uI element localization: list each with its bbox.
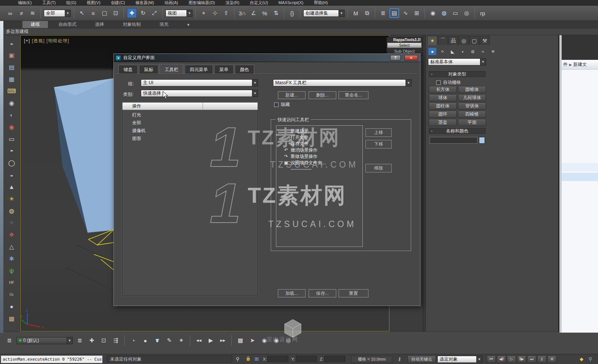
dialog-tab-键盘[interactable]: 键盘 [118,65,138,74]
select-manipulate-icon[interactable]: ⊹ [210,8,220,18]
save-button[interactable]: 保存... [309,289,336,297]
primitive-button-茶壶[interactable]: 茶壶 [429,119,457,126]
metaball-spheres-icon[interactable]: ❖ [6,230,17,240]
layer-manager-icon[interactable]: ≣ [4,336,14,345]
rendered-frame-icon[interactable]: ▭ [450,8,460,18]
display-tab-icon[interactable]: ▢ [469,36,479,45]
primitive-button-四棱锥[interactable]: 四棱锥 [458,111,486,118]
prev-frame-icon[interactable]: ◀‖ [497,355,506,363]
ribbon-tab-填充[interactable]: 填充 [151,21,177,28]
scatter-boxes-icon[interactable]: ⁘ [6,218,17,228]
material-editor-icon[interactable]: ◉ [428,8,438,18]
menu-item[interactable]: 动画(A) [164,0,178,6]
primitive-button-长方体[interactable]: 长方体 [429,86,457,93]
spinner-snap-icon[interactable]: ⇅ [271,8,281,18]
unlink-selection-icon[interactable]: ≠ [16,8,26,18]
z-coord-field[interactable] [324,356,345,363]
explorer-breadcrumb[interactable]: 件 ▶ 新建文 [562,60,598,70]
y-coord-field[interactable] [296,356,317,363]
ribbon-more-icon[interactable]: ▾ [179,21,198,28]
sunlight-icon[interactable]: ☀ [6,194,17,204]
quick-access-item[interactable]: -------------- [276,166,362,172]
schematic-view-icon[interactable]: ⊞ [412,8,422,18]
ribbon-tab-对象绘制[interactable]: 对象绘制 [115,21,149,28]
menu-item[interactable]: 自定义(U) [250,0,268,6]
bone-tools-icon[interactable]: ✶ [176,336,186,345]
edit-named-selections-icon[interactable]: {} [287,8,297,18]
ribbon-tab-建模[interactable]: 建模 [22,21,48,28]
quick-access-item[interactable]: 打开文件 [276,134,362,141]
cone-icon[interactable]: ▲ [6,182,17,192]
shapes-category-icon[interactable]: ✧ [438,48,447,55]
subtab-polygon-modeling[interactable]: 多边形建模 [6,28,28,35]
select-rotate-icon[interactable]: ↻ [138,8,148,18]
projector-light-icon[interactable]: ◐ [6,110,17,120]
mirror-icon[interactable]: M [351,8,361,18]
rect-selection-region-icon[interactable]: ▢ [100,8,109,18]
viewport-eye-icon[interactable]: ◉ [259,336,269,345]
command-panel-scrollbar[interactable] [423,35,425,331]
layer-arrows-icon[interactable]: ⇶ [111,336,121,345]
move-up-button[interactable]: 上移 [365,128,392,137]
render-teapot-icon[interactable]: ◒ [6,38,17,48]
modify-tab-icon[interactable]: ⌒ [438,36,448,45]
go-end-icon[interactable]: ⏭ [527,355,536,363]
select-and-link-icon[interactable]: ∞ [5,8,15,18]
rock-icon[interactable]: ✱ [6,254,17,264]
menu-item[interactable]: 渲染(R) [225,0,239,6]
teapot-icon[interactable]: ◒ [6,170,17,180]
next-frame-icon[interactable]: ‖▶ [517,355,526,363]
dialog-tab-菜单[interactable]: 菜单 [214,65,234,74]
rendered-frame-window-icon[interactable]: ▣ [6,50,17,60]
menu-item[interactable]: 工具(T) [42,0,56,6]
curve-editor-icon[interactable]: ∿ [401,8,410,18]
helpers-category-icon[interactable]: ⊚ [468,48,477,55]
rename-button[interactable]: 重命名... [339,91,368,99]
menu-item[interactable]: 创建(C) [111,0,125,6]
isolate-ring-icon[interactable]: ◎ [283,336,293,345]
snap-3d-icon[interactable]: 3∩ [237,8,247,18]
camera-icon[interactable]: ◉ [6,98,17,108]
render-setup-panel-icon[interactable]: ▤ [6,62,17,72]
menu-item[interactable]: 图形编辑器(D) [189,0,215,6]
zoom-time-icon[interactable]: ⊕ [547,355,556,363]
new-button[interactable]: 新建... [278,91,306,99]
primitive-button-平面[interactable]: 平面 [458,119,486,126]
percent-snap-icon[interactable]: % [260,8,270,18]
reset-button[interactable]: 重置 [339,289,368,297]
autokey-button[interactable]: 自动关键点 [407,355,436,363]
utilities-tab-icon[interactable]: ⚒ [480,36,490,45]
close-button[interactable]: ✕ [404,55,418,61]
play-icon[interactable]: ▷ [507,355,516,363]
viewport-eye2-icon[interactable]: ◉ [271,336,281,345]
cameras-category-icon[interactable]: ▪ [458,48,467,55]
maxscript-mini-listener[interactable]: actionMan.executeAction 0 "59226" -- Cus… [1,355,103,363]
menu-item[interactable]: 修改器(M) [136,0,154,6]
spacewarps-category-icon[interactable]: ≈ [479,48,487,55]
rappatools-badge-icon[interactable]: rp [478,8,488,18]
populate-shirt-icon[interactable]: 👕 [152,336,162,345]
dialog-tab-鼠标[interactable]: 鼠标 [139,65,158,74]
dialog-titlebar[interactable]: ◕ 自定义用户界面 ? ✕ [114,54,420,62]
object-color-swatch[interactable] [479,137,485,144]
autogrid-checkbox[interactable] [436,80,441,85]
object-name-field[interactable] [429,137,477,144]
render-elements-panel-icon[interactable]: ▦ [6,74,17,84]
create-tab-icon[interactable]: ✶ [427,36,437,45]
autogrid-row[interactable]: 自动栅格 [436,79,461,86]
hide-row[interactable]: 隐藏 [274,101,290,108]
grass-icon[interactable]: ψ [6,266,17,276]
layer-manager-icon[interactable]: ≣ [378,8,388,18]
add-layer-icon[interactable]: ✚ [87,336,97,345]
ribbon-tab-自由形式[interactable]: 自由形式 [50,21,85,28]
checker-swatch-icon[interactable]: ▩ [236,336,245,345]
lights-category-icon[interactable]: ◣ [448,48,457,55]
paint-deform-icon[interactable]: ✎ [164,336,174,345]
viewport-shading-label[interactable]: [明暗处理] [46,38,69,43]
quick-access-item[interactable]: 新建场景 [276,128,362,134]
window-crossing-icon[interactable]: ⊡ [111,8,121,18]
keyboard-override-icon[interactable]: ⇧ [221,8,231,18]
motion-tab-icon[interactable]: ◎ [459,36,469,45]
systems-category-icon[interactable]: ✳ [489,48,497,55]
graphite-panel-icon[interactable]: ◔ [128,336,138,345]
